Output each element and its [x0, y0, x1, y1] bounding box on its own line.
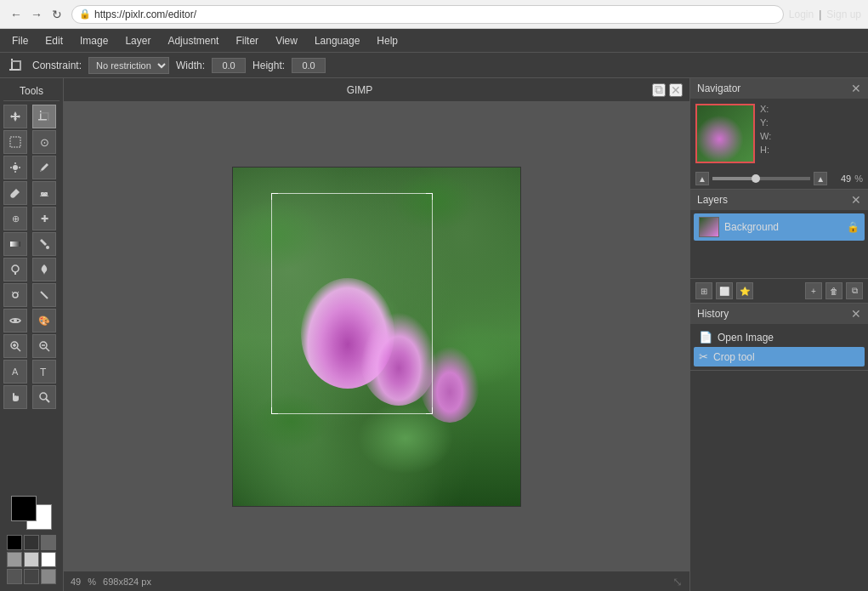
- color-replace-tool[interactable]: 🎨: [32, 309, 56, 332]
- zoom-fill: [712, 177, 752, 180]
- zoom-slider[interactable]: [712, 177, 810, 180]
- dodge-tool[interactable]: [3, 258, 27, 281]
- hand-tool[interactable]: [3, 385, 27, 409]
- coord-w: W:: [760, 131, 774, 141]
- smudge-tool[interactable]: [32, 283, 56, 307]
- shape-tool[interactable]: T: [32, 360, 56, 384]
- svg-rect-17: [10, 242, 20, 247]
- zoom-in-tool[interactable]: [3, 334, 27, 358]
- height-label: Height:: [252, 60, 285, 71]
- heal-tool[interactable]: ✚: [32, 207, 56, 230]
- svg-marker-4: [10, 111, 20, 122]
- layer-copy-button[interactable]: ⧉: [846, 282, 863, 299]
- navigator-zoom: ▲ ▲ 49 %: [690, 168, 868, 189]
- toolbox: Tools ⊙: [0, 78, 64, 591]
- dimensions-display: 698x824 px: [103, 577, 151, 587]
- resize-handle[interactable]: ⤡: [672, 575, 683, 588]
- svg-point-19: [12, 265, 19, 272]
- layer-delete-button[interactable]: 🗑: [825, 282, 842, 299]
- rectangular-select-tool[interactable]: [3, 130, 27, 154]
- history-title: History: [697, 308, 729, 320]
- y-label: Y:: [760, 117, 769, 128]
- menu-view[interactable]: View: [267, 31, 306, 50]
- canvas-restore-button[interactable]: ⧉: [652, 83, 666, 97]
- palette-black[interactable]: [7, 535, 22, 550]
- magnifier-tool[interactable]: [32, 385, 56, 409]
- svg-rect-5: [40, 111, 42, 119]
- color-boxes[interactable]: [11, 496, 52, 530]
- lasso-tool[interactable]: ⊙: [32, 130, 56, 154]
- pencil-tool[interactable]: [32, 156, 56, 179]
- fill-tool[interactable]: [32, 232, 56, 256]
- navigator-zoom-percent: %: [854, 173, 863, 184]
- brush-tool[interactable]: [3, 181, 27, 205]
- palette-dark2[interactable]: [41, 535, 56, 550]
- svg-rect-9: [10, 137, 20, 147]
- sharpen-tool[interactable]: [3, 283, 27, 307]
- menu-edit[interactable]: Edit: [37, 31, 71, 50]
- zoom-out-tool[interactable]: [32, 334, 56, 358]
- reload-button[interactable]: ↻: [48, 5, 66, 24]
- color-palette: [7, 535, 56, 584]
- menu-help[interactable]: Help: [368, 31, 406, 50]
- text-tool[interactable]: A: [3, 360, 27, 384]
- browser-chrome: ← → ↻ 🔒 https://pixlr.com/editor/ Login …: [0, 0, 868, 29]
- layer-group-button[interactable]: ⊞: [695, 282, 712, 299]
- layers-close-button[interactable]: ✕: [851, 193, 861, 207]
- palette-mid1[interactable]: [7, 569, 22, 584]
- navigator-thumbnail: [695, 104, 755, 163]
- zoom-in-button[interactable]: ▲: [814, 172, 827, 185]
- canvas-area: GIMP ⧉ ✕: [64, 78, 689, 591]
- menu-adjustment[interactable]: Adjustment: [159, 31, 227, 50]
- svg-rect-3: [11, 60, 21, 62]
- svg-point-18: [46, 246, 49, 249]
- zoom-thumb[interactable]: [752, 174, 760, 183]
- navigator-panel: Navigator ✕ X: Y: W:: [690, 78, 868, 190]
- layer-add-button[interactable]: +: [805, 282, 822, 299]
- menu-language[interactable]: Language: [306, 31, 368, 50]
- move-tool[interactable]: [3, 105, 27, 128]
- canvas-close-button[interactable]: ✕: [669, 83, 683, 97]
- menu-layer[interactable]: Layer: [116, 31, 159, 50]
- eye-tool[interactable]: [3, 309, 27, 332]
- palette-white[interactable]: [41, 552, 56, 567]
- canvas-image[interactable]: [232, 167, 521, 507]
- browser-actions: Login | Sign up: [789, 9, 861, 20]
- login-link[interactable]: Login: [789, 9, 814, 20]
- palette-mid3[interactable]: [41, 569, 56, 584]
- history-item-open[interactable]: 📄 Open Image: [694, 327, 865, 347]
- palette-light[interactable]: [24, 552, 39, 567]
- palette-dark3[interactable]: [7, 552, 22, 567]
- layer-mask-button[interactable]: ⬜: [716, 282, 733, 299]
- svg-point-10: [13, 165, 18, 170]
- navigator-close-button[interactable]: ✕: [851, 82, 861, 95]
- back-button[interactable]: ←: [7, 5, 26, 24]
- history-content: 📄 Open Image ✂ Crop tool: [690, 324, 868, 370]
- height-input[interactable]: [292, 58, 326, 73]
- gradient-tool[interactable]: [3, 232, 27, 256]
- signup-link[interactable]: Sign up: [826, 9, 861, 20]
- layer-effect-button[interactable]: ⭐: [736, 282, 753, 299]
- history-item-crop[interactable]: ✂ Crop tool: [694, 347, 865, 367]
- constraint-select[interactable]: No restriction: [88, 57, 169, 74]
- zoom-out-button[interactable]: ▲: [695, 172, 709, 185]
- magic-wand-tool[interactable]: [3, 156, 27, 179]
- w-label: W:: [760, 131, 771, 141]
- palette-dark1[interactable]: [24, 535, 39, 550]
- width-input[interactable]: [212, 58, 246, 73]
- crop-tool[interactable]: [32, 105, 56, 128]
- history-close-button[interactable]: ✕: [851, 307, 861, 321]
- forward-button[interactable]: →: [27, 5, 46, 24]
- address-bar[interactable]: 🔒 https://pixlr.com/editor/: [71, 5, 784, 24]
- palette-mid2[interactable]: [24, 569, 39, 584]
- foreground-color-box[interactable]: [11, 496, 37, 521]
- eraser-tool[interactable]: [32, 181, 56, 205]
- layer-item[interactable]: Background 🔒: [694, 213, 865, 241]
- menu-file[interactable]: File: [3, 31, 37, 50]
- menu-image[interactable]: Image: [71, 31, 116, 50]
- canvas-body[interactable]: [64, 102, 689, 571]
- menu-filter[interactable]: Filter: [227, 31, 267, 50]
- width-label: Width:: [176, 60, 205, 71]
- burn-tool[interactable]: [32, 258, 56, 281]
- clone-tool[interactable]: ⊕: [3, 207, 27, 230]
